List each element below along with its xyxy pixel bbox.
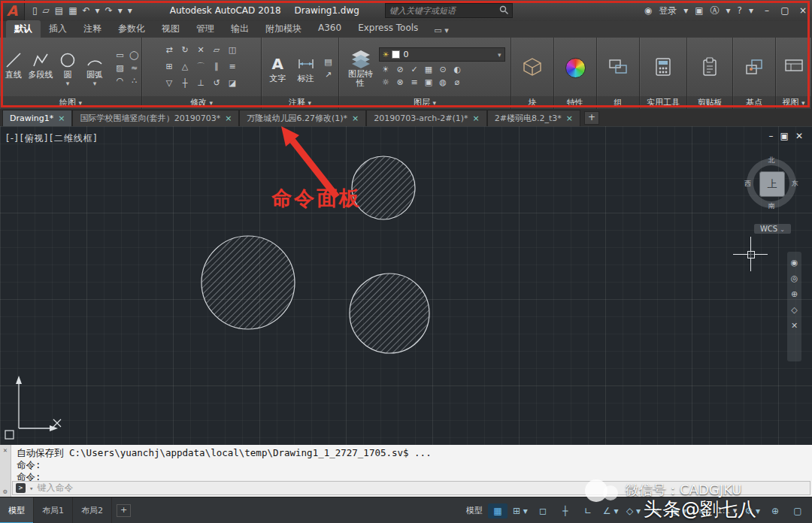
- close-icon[interactable]: ✕: [3, 446, 7, 454]
- viewcube-west[interactable]: 西: [744, 179, 751, 189]
- object-snap-icon[interactable]: ▣ ▾: [668, 503, 689, 518]
- modify-tool-icon[interactable]: ≡: [226, 60, 240, 73]
- close-icon[interactable]: ×: [352, 113, 359, 123]
- annotate-tool-icon[interactable]: ↗: [321, 68, 335, 81]
- draw-tool-icon[interactable]: ◠: [113, 74, 127, 87]
- hatched-circle[interactable]: [201, 236, 295, 329]
- layer-tool-icon[interactable]: ⊙: [436, 63, 450, 76]
- sign-in-label[interactable]: 登录: [659, 5, 677, 17]
- file-tab[interactable]: 20190703-arch-2#(1)*×: [366, 110, 486, 126]
- annotate-tool-icon[interactable]: ▤: [321, 56, 335, 68]
- minimize-button[interactable]: –: [758, 0, 776, 21]
- layer-tool-icon[interactable]: ◐: [450, 63, 465, 76]
- viewcube-east[interactable]: 东: [792, 179, 798, 189]
- draw-tool-icon[interactable]: ∴: [127, 74, 141, 87]
- panel-label-annotate[interactable]: 注释 ▾: [262, 96, 338, 109]
- viewcube-top-face[interactable]: 上: [759, 171, 785, 197]
- line-button[interactable]: 直线: [0, 50, 27, 87]
- close-icon[interactable]: ×: [473, 113, 480, 123]
- viewport-controls-menu[interactable]: [-]: [6, 133, 19, 144]
- chevron-down-icon[interactable]: ▾: [498, 51, 501, 59]
- ribbon-tab-参数化[interactable]: 参数化: [110, 20, 153, 38]
- navbar-icon[interactable]: ⊕: [791, 290, 798, 298]
- new-file-icon[interactable]: ▯: [32, 0, 38, 21]
- close-icon[interactable]: ×: [58, 113, 65, 123]
- navbar-icon[interactable]: ✕: [791, 322, 798, 330]
- close-button[interactable]: ×: [794, 0, 812, 21]
- isodraft-icon[interactable]: ◇ ▾: [623, 503, 643, 518]
- chevron-down-icon[interactable]: ▾: [726, 5, 731, 16]
- customize-icon[interactable]: ⚙: [3, 488, 7, 495]
- navbar-icon[interactable]: ◉: [791, 258, 798, 267]
- modify-tool-icon[interactable]: ▽: [162, 77, 177, 89]
- close-icon[interactable]: ×: [225, 113, 232, 123]
- ribbon-tab-管理[interactable]: 管理: [188, 20, 223, 38]
- ribbon-tab-附加模块[interactable]: 附加模块: [257, 20, 310, 38]
- panel-label-groups[interactable]: 组: [597, 96, 639, 109]
- file-tab[interactable]: 国际学校围墙竖向(套井）20190703*×: [72, 110, 239, 126]
- color-wheel-icon[interactable]: [565, 58, 586, 78]
- layout-tab-布局1[interactable]: 布局1: [34, 497, 73, 523]
- ortho-icon[interactable]: ∟: [578, 503, 598, 518]
- file-tab[interactable]: 万隆城幼儿园6.27修改(1)*×: [239, 110, 366, 126]
- lineweight-icon[interactable]: ≡: [692, 503, 712, 518]
- qat-customize-icon[interactable]: ▾: [128, 0, 132, 21]
- ucs-icon[interactable]: [2, 373, 77, 442]
- snap-icon[interactable]: ⊞ ▾: [511, 503, 530, 518]
- annotation-scale-label[interactable]: 1:1 ▾: [715, 503, 740, 518]
- text-button[interactable]: A 文字: [265, 53, 291, 83]
- draw-tool-icon[interactable]: ▨: [113, 62, 127, 74]
- layer-tool-icon[interactable]: ▣: [422, 76, 436, 89]
- clean-screen-icon[interactable]: ▢: [788, 503, 807, 518]
- view-button[interactable]: [784, 59, 804, 78]
- appstore-icon[interactable]: Ⓐ: [710, 5, 720, 17]
- panel-label-layers[interactable]: 图层 ▾: [339, 96, 511, 109]
- layer-tool-icon[interactable]: ✓: [408, 63, 422, 76]
- ribbon-tab-默认[interactable]: 默认: [6, 20, 41, 38]
- ribbon-minimize-icon[interactable]: ▭ ▾: [434, 26, 448, 38]
- wcs-menu[interactable]: WCS ⌄: [754, 224, 791, 234]
- maximize-button[interactable]: ▢: [776, 0, 794, 21]
- close-icon[interactable]: ×: [566, 113, 573, 123]
- layer-dropdown[interactable]: ☀ 0 ▾: [379, 47, 505, 62]
- modify-tool-icon[interactable]: ◫: [226, 44, 240, 56]
- user-icon[interactable]: ◉: [644, 5, 652, 16]
- new-layout-button[interactable]: +: [117, 504, 131, 517]
- modify-tool-icon[interactable]: ┼: [178, 77, 192, 89]
- chevron-down-icon[interactable]: ▾: [95, 0, 100, 21]
- navigation-bar[interactable]: ◉◎⊕◇✕: [787, 252, 801, 361]
- new-drawing-tab-button[interactable]: +: [584, 111, 599, 125]
- search-input[interactable]: 键入关键字或短语: [389, 5, 495, 17]
- viewport-view-menu[interactable]: [俯视]: [20, 133, 48, 144]
- model-space-button[interactable]: 模型: [464, 503, 485, 518]
- layer-tool-icon[interactable]: ⌀: [450, 76, 465, 89]
- modify-tool-icon[interactable]: ⇄: [162, 44, 177, 56]
- layout-tab-布局2[interactable]: 布局2: [73, 497, 112, 523]
- panel-label-utilities[interactable]: 实用工具: [640, 96, 686, 109]
- polyline-button[interactable]: 多段线: [27, 50, 54, 87]
- modify-tool-icon[interactable]: ⊞: [162, 60, 177, 73]
- layer-tool-icon[interactable]: ▦: [422, 63, 436, 76]
- save-icon[interactable]: ▤: [55, 0, 63, 21]
- viewport-restore-icon[interactable]: ▣: [780, 131, 789, 141]
- layer-tool-icon[interactable]: ☼: [379, 76, 393, 89]
- modify-tool-icon[interactable]: ✕: [194, 44, 208, 56]
- layer-properties-button[interactable]: 图层特性: [345, 49, 377, 88]
- infocenter-search[interactable]: 键入关键字或短语: [385, 3, 513, 18]
- grid-icon[interactable]: ▦: [488, 503, 508, 518]
- panel-label-clipboard[interactable]: 剪贴板: [687, 96, 732, 109]
- modify-tool-icon[interactable]: ↻: [178, 44, 192, 56]
- ribbon-tab-输出[interactable]: 输出: [223, 20, 257, 38]
- object-snap-tracking-icon[interactable]: ✕: [646, 503, 665, 518]
- dimension-button[interactable]: 标注: [293, 53, 320, 83]
- layer-tool-icon[interactable]: ◍: [436, 76, 450, 89]
- panel-label-view[interactable]: 视图 ▾: [776, 96, 811, 109]
- insert-block-button[interactable]: [523, 57, 542, 80]
- arc-button[interactable]: 圆弧 ▾: [81, 50, 108, 87]
- hatched-circle[interactable]: [352, 156, 415, 219]
- plot-icon[interactable]: ▦: [68, 0, 77, 21]
- modify-tool-icon[interactable]: △: [178, 60, 192, 73]
- undo-icon[interactable]: ↶: [83, 0, 90, 21]
- panel-label-basepoint[interactable]: 基点: [733, 96, 775, 109]
- draw-tool-icon[interactable]: ◯: [127, 49, 141, 62]
